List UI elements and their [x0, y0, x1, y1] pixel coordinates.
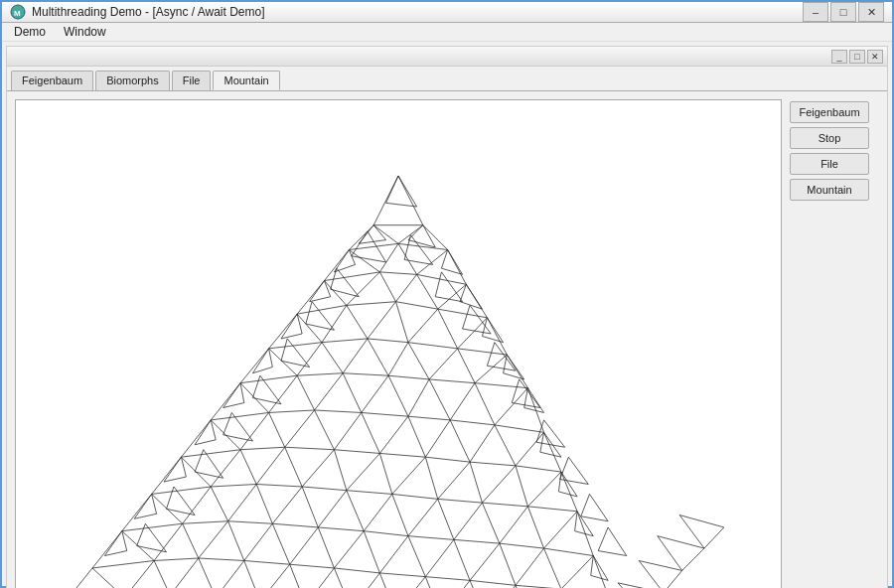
- inner-close-button[interactable]: ✕: [867, 50, 883, 64]
- svg-rect-2: [16, 101, 781, 588]
- menu-bar: Demo Window: [2, 23, 892, 42]
- mountain-button[interactable]: Mountain: [790, 179, 869, 201]
- inner-maximize-button[interactable]: □: [849, 50, 865, 64]
- tab-mountain[interactable]: Mountain: [213, 71, 279, 90]
- window-title: Multithreading Demo - [Async / Await Dem…: [32, 5, 797, 19]
- tab-biomorphs[interactable]: Biomorphs: [95, 71, 170, 90]
- feigenbaum-button[interactable]: Feigenbaum: [790, 101, 869, 123]
- svg-text:M: M: [14, 9, 21, 18]
- maximize-button[interactable]: □: [830, 2, 856, 22]
- inner-minimize-button[interactable]: _: [831, 50, 847, 64]
- file-button[interactable]: File: [790, 153, 869, 175]
- mountain-canvas: [15, 99, 782, 588]
- main-window: M Multithreading Demo - [Async / Await D…: [0, 0, 894, 588]
- content-area: Feigenbaum Stop File Mountain: [7, 91, 887, 588]
- tab-feigenbaum[interactable]: Feigenbaum: [11, 71, 93, 90]
- close-button[interactable]: ✕: [858, 2, 884, 22]
- menu-item-window[interactable]: Window: [56, 23, 114, 41]
- app-icon: M: [10, 4, 26, 20]
- menu-item-demo[interactable]: Demo: [6, 23, 54, 41]
- mountain-svg: [16, 100, 781, 588]
- tab-file[interactable]: File: [172, 71, 212, 90]
- stop-button[interactable]: Stop: [790, 127, 869, 149]
- tab-bar: Feigenbaum Biomorphs File Mountain: [7, 67, 887, 91]
- title-bar-controls: – □ ✕: [803, 2, 884, 22]
- sidebar: Feigenbaum Stop File Mountain: [790, 99, 879, 588]
- title-bar: M Multithreading Demo - [Async / Await D…: [2, 2, 892, 23]
- inner-window: _ □ ✕ Feigenbaum Biomorphs File Mountain: [6, 46, 888, 588]
- inner-title-bar: _ □ ✕: [7, 47, 887, 67]
- minimize-button[interactable]: –: [803, 2, 828, 22]
